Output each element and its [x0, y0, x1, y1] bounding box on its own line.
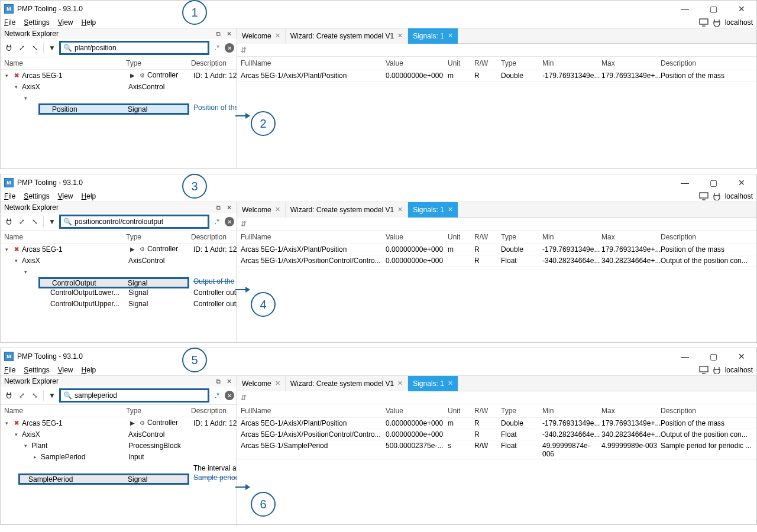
close-icon[interactable]: ✕ — [275, 32, 280, 40]
search-input[interactable] — [75, 44, 205, 52]
close-icon[interactable]: ✕ — [448, 32, 453, 40]
tree-node-controller[interactable]: ▾✖Arcas 5EG-1▶⚙ControllerID: 1 Addr: 127 — [1, 417, 237, 429]
expand-icon[interactable]: ⤢ — [16, 390, 28, 401]
menu-help[interactable]: Help — [82, 366, 96, 374]
sort-icon[interactable]: ⇵ — [241, 394, 247, 402]
collapse-icon[interactable]: ⤡ — [29, 390, 41, 401]
menu-file[interactable]: File — [4, 366, 15, 374]
maximize-button[interactable]: ▢ — [702, 350, 724, 363]
gear-icon: ⚙ — [138, 72, 146, 80]
sort-icon[interactable]: ⇵ — [241, 220, 247, 228]
collapse-icon[interactable]: ⤡ — [29, 216, 41, 228]
close-pane-icon[interactable]: ✕ — [225, 30, 233, 38]
signal-row[interactable]: Arcas 5EG-1/SamplePeriod500.00002375e-..… — [237, 440, 756, 460]
close-icon[interactable]: ✕ — [448, 379, 453, 387]
signal-row[interactable]: Arcas 5EG-1/AxisX/PositionControl/Contro… — [237, 255, 756, 267]
minimize-button[interactable]: — — [674, 2, 696, 15]
close-pane-icon[interactable]: ✕ — [225, 377, 233, 385]
close-icon[interactable]: ✕ — [397, 379, 403, 387]
menu-view[interactable]: View — [58, 18, 73, 27]
menu-file[interactable]: File — [4, 192, 15, 200]
titlebar: M PMP Tooling - 93.1.0 — ▢ ✕ — [1, 174, 756, 191]
monitor-icon — [699, 366, 709, 374]
search-input[interactable] — [75, 218, 205, 226]
annotation-arrow — [235, 486, 250, 488]
col-desc: Description — [191, 59, 233, 67]
close-button[interactable]: ✕ — [730, 2, 753, 15]
popout-icon[interactable]: ⧉ — [214, 377, 222, 385]
search-icon: 🔍 — [63, 44, 72, 52]
tree-node-axis[interactable]: ▾AxisXAxisControl — [1, 429, 237, 440]
expand-icon[interactable]: ⤢ — [16, 42, 28, 54]
signal-row[interactable]: Arcas 5EG-1/AxisX/PositionControl/Contro… — [237, 429, 756, 440]
close-icon[interactable]: ✕ — [397, 32, 403, 40]
close-icon[interactable]: ✕ — [448, 206, 453, 213]
sort-icon[interactable]: ⇵ — [241, 46, 247, 54]
filter-regex-icon[interactable]: .* — [211, 42, 223, 54]
menu-view[interactable]: View — [58, 366, 73, 374]
close-icon[interactable]: ✕ — [397, 206, 403, 213]
expand-icon[interactable]: ⤢ — [16, 216, 28, 228]
signal-row[interactable]: Arcas 5EG-1/AxisX/Plant/Position0.000000… — [237, 70, 756, 82]
tab-signals[interactable]: Signals: 1✕ — [408, 202, 458, 218]
minimize-button[interactable]: — — [674, 350, 696, 363]
filter-icon[interactable]: ▼ — [46, 390, 58, 401]
tree-node-controller[interactable]: ▾✖Arcas 5EG-1▶⚙ControllerID: 1 Addr: 127 — [1, 244, 237, 255]
signal-row[interactable]: Arcas 5EG-1/AxisX/Plant/Position0.000000… — [237, 244, 756, 255]
tab-welcome[interactable]: Welcome✕ — [237, 28, 286, 44]
annotation-arrow — [235, 115, 250, 116]
plug-icon[interactable] — [3, 390, 15, 401]
collapse-icon[interactable]: ⤡ — [29, 42, 41, 54]
menubar: File Settings View Help localhost — [1, 17, 756, 28]
tab-signals[interactable]: Signals: 1✕ — [408, 376, 458, 391]
maximize-button[interactable]: ▢ — [702, 2, 724, 15]
menu-settings[interactable]: Settings — [24, 18, 49, 27]
clear-search-icon[interactable]: ✕ — [225, 43, 234, 53]
plug-icon[interactable] — [3, 216, 15, 228]
close-button[interactable]: ✕ — [730, 176, 753, 189]
app-logo-icon: M — [4, 178, 14, 187]
tab-wizard[interactable]: Wizard: Create system model V1✕ — [286, 28, 408, 44]
menu-view[interactable]: View — [58, 192, 73, 200]
tree-node[interactable]: ControlOutputLower...SignalController ou… — [1, 287, 237, 298]
tab-welcome[interactable]: Welcome✕ — [237, 376, 286, 391]
plug-icon[interactable] — [3, 42, 15, 54]
annotation-badge-5: 5 — [182, 348, 207, 372]
clear-search-icon[interactable]: ✕ — [225, 217, 234, 226]
menu-help[interactable]: Help — [82, 18, 96, 27]
tab-signals[interactable]: Signals: 1✕ — [408, 28, 458, 44]
tree-node-axis[interactable]: ▾AxisXAxisControl — [1, 255, 237, 266]
menu-settings[interactable]: Settings — [24, 366, 49, 374]
clear-search-icon[interactable]: ✕ — [225, 391, 234, 400]
annotation-badge-2: 2 — [251, 111, 276, 136]
close-icon[interactable]: ✕ — [275, 206, 280, 213]
tab-welcome[interactable]: Welcome✕ — [237, 202, 286, 218]
pane-title: Network Explorer — [4, 30, 59, 38]
filter-icon[interactable]: ▼ — [46, 216, 58, 228]
maximize-button[interactable]: ▢ — [702, 176, 724, 189]
close-icon[interactable]: ✕ — [275, 379, 280, 387]
tab-wizard[interactable]: Wizard: Create system model V1✕ — [286, 376, 408, 391]
search-input[interactable] — [75, 391, 205, 400]
tree-node-axis[interactable]: ▾ AxisX AxisControl — [1, 81, 237, 92]
tree-node-plant[interactable]: ▾PlantProcessingBlock — [1, 440, 237, 451]
filter-regex-icon[interactable]: .* — [211, 216, 223, 228]
popout-icon[interactable]: ⧉ — [214, 30, 222, 38]
gear-icon: ⚙ — [138, 419, 146, 427]
menu-settings[interactable]: Settings — [24, 192, 49, 200]
monitor-icon — [699, 192, 709, 200]
menu-help[interactable]: Help — [82, 192, 96, 200]
signal-row[interactable]: Arcas 5EG-1/AxisX/Plant/Position0.000000… — [237, 418, 756, 429]
tab-wizard[interactable]: Wizard: Create system model V1✕ — [286, 202, 408, 218]
popout-icon[interactable]: ⧉ — [214, 203, 222, 212]
filter-icon[interactable]: ▼ — [46, 42, 58, 54]
tree-node-sampleperiod-input[interactable]: ▸SamplePeriodInput — [1, 451, 237, 462]
menu-file[interactable]: File — [4, 18, 15, 27]
minimize-button[interactable]: — — [674, 176, 696, 189]
close-pane-icon[interactable]: ✕ — [225, 203, 233, 212]
close-button[interactable]: ✕ — [730, 350, 753, 363]
tree-node[interactable]: ControlOutputUpper...SignalController ou… — [1, 298, 237, 309]
filter-regex-icon[interactable]: .* — [211, 390, 223, 401]
plug-icon — [712, 366, 722, 374]
tree-node-controller[interactable]: ▾ ✖ Arcas 5EG-1 ▶⚙Controller ID: 1 Addr:… — [1, 70, 237, 81]
